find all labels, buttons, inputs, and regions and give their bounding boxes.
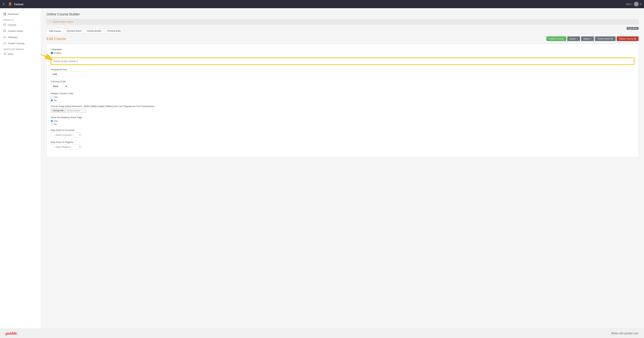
tab-pending-edits[interactable]: Pending Edits	[104, 28, 124, 34]
programme-fee-section: Programme Fee	[51, 68, 634, 77]
sidebar-item-courses-left: Courses	[4, 24, 16, 26]
publish-course-button[interactable]: Publish Course	[546, 36, 566, 41]
navbar-left: ≡ C Censeo	[3, 1, 24, 7]
user-label: EDS 1	[626, 3, 632, 6]
edit-course-form: Languages English	[46, 44, 638, 157]
english-label: English	[54, 52, 61, 54]
svg-point-14	[4, 37, 4, 38]
voucher-yes-label: Yes	[54, 96, 58, 98]
svg-text:C: C	[10, 3, 10, 4]
sidebar-item-dashboard[interactable]: Dashboard ›	[0, 11, 41, 17]
currency-code-label: Currency Code	[51, 80, 634, 83]
voucher-label: Require Voucher Code	[51, 92, 634, 95]
course-name-input[interactable]	[51, 58, 634, 65]
course-image-label: Course Image [Ideal Dimension - Width:20…	[51, 105, 634, 108]
svg-point-20	[4, 53, 5, 54]
sidebar-item-guided-learning-left: Guided Learning	[4, 42, 24, 44]
svg-rect-7	[4, 24, 6, 26]
sidebar-item-guided-learning-label: Guided Learning	[8, 42, 24, 44]
sidebar-item-content-library[interactable]: Content Library ›	[0, 28, 41, 34]
show-academy-radio-group: Yes No	[51, 120, 634, 126]
svg-rect-6	[5, 14, 6, 15]
show-regions-section: Only Show To Regions -- Select Regions -…	[51, 141, 634, 150]
show-academy-yes-radio[interactable]	[51, 120, 53, 122]
show-regions-label: Only Show To Regions	[51, 141, 634, 144]
programme-fee-label: Programme Fee	[51, 68, 634, 71]
sidebar-item-courses-label: Courses	[8, 24, 16, 26]
edit-course-title: Edit Course	[46, 36, 66, 41]
sidebar: Dashboard › PRODUCTS Courses ›	[0, 8, 41, 338]
sidebar-item-pathways-left: Pathways	[4, 36, 18, 38]
tab-edit-course[interactable]: Edit Course	[46, 28, 64, 34]
online-admin-button[interactable]: Online Admin ⚙	[595, 36, 616, 41]
svg-rect-4	[5, 13, 6, 14]
tab-activity-builder[interactable]: Activity Builder	[84, 28, 104, 34]
chevron-right-icon: ›	[37, 24, 38, 26]
english-checkbox[interactable]	[51, 52, 53, 54]
breadcrumb-arrow-icon: ←	[50, 20, 52, 23]
course-image-section: Course Image [Ideal Dimension - Width:20…	[51, 105, 634, 113]
file-name-display: No file chosen	[66, 108, 86, 113]
dropdown-arrow-icon[interactable]: ▾	[640, 3, 641, 6]
sidebar-item-guided-learning[interactable]: Guided Learning ›	[0, 40, 41, 46]
delete-course-button[interactable]: Delete Course 🗑	[617, 36, 638, 41]
chevron-right-icon: ›	[37, 53, 38, 55]
svg-rect-5	[4, 14, 4, 15]
select-regions-select[interactable]: -- Select Regions --	[51, 144, 82, 150]
brand-logo-icon: C	[7, 1, 13, 7]
show-academy-no-label: No	[54, 123, 57, 126]
tabs-bar: Edit Course Question Bank Activity Build…	[46, 28, 638, 34]
app-layout: Dashboard › PRODUCTS Courses ›	[0, 8, 644, 338]
guidde-bar: guidde. Made with guidde.com	[0, 328, 644, 338]
avatar[interactable]: U	[634, 2, 639, 6]
breadcrumb-text[interactable]: Name of your course	[53, 20, 73, 23]
course-name-section	[51, 58, 634, 65]
voucher-yes-radio[interactable]	[51, 96, 53, 98]
voucher-no-label: No	[54, 99, 57, 102]
sidebar-item-pathways-label: Pathways	[8, 36, 18, 38]
show-academy-section: Show On Academy Home Page Yes No	[51, 116, 634, 126]
chevron-right-icon: ›	[37, 42, 38, 44]
svg-point-15	[5, 37, 6, 38]
show-countries-section: Only Show To Countries -- Select Countri…	[51, 129, 634, 138]
hamburger-icon[interactable]: ≡	[3, 2, 4, 6]
guidde-tagline: Made with guidde.com	[611, 332, 638, 335]
tab-question-bank[interactable]: Question Bank	[64, 28, 84, 34]
brand-name: Censeo	[14, 3, 24, 6]
sidebar-item-admin-left: Admi...	[4, 53, 15, 56]
navbar-right: EDS 1 U ▾	[626, 2, 641, 6]
show-academy-yes-label: Yes	[54, 120, 58, 122]
programme-fee-input[interactable]	[51, 72, 85, 77]
show-countries-label: Only Show To Countries	[51, 129, 634, 132]
main-content: Online Course Builder ← Name of your cou…	[41, 8, 644, 338]
svg-rect-17	[4, 42, 6, 44]
languages-label: Languages	[51, 48, 634, 50]
navbar-brand: C Censeo	[7, 1, 24, 7]
sidebar-item-dashboard-label: Dashboard	[8, 13, 19, 16]
show-academy-no-row: No	[51, 123, 634, 126]
sidebar-item-pathways[interactable]: Pathways ›	[0, 34, 41, 40]
svg-point-1	[8, 4, 12, 6]
import-button[interactable]: Import ↑	[581, 36, 594, 41]
show-academy-no-radio[interactable]	[51, 123, 53, 125]
select-countries-select[interactable]: -- Select Countries --	[51, 132, 82, 138]
draft-mode-badge: Draft Mode	[626, 27, 638, 30]
sidebar-item-admin-label: Admi...	[8, 53, 15, 56]
voucher-yes-row: Yes	[51, 96, 634, 98]
create-manage-section-label: CREATE AND MANAGE	[0, 46, 41, 51]
chevron-right-icon: ›	[37, 30, 38, 32]
sidebar-item-content-library-left: Content Library	[4, 30, 23, 32]
currency-code-select[interactable]: None USD EUR GBP	[51, 84, 68, 89]
products-section-label: PRODUCTS	[0, 17, 41, 22]
show-academy-label: Show On Academy Home Page	[51, 116, 634, 119]
file-upload-row: Choose File No file chosen	[51, 108, 634, 113]
header-buttons: Publish Course Export ↑ Import ↑ Online …	[546, 36, 638, 41]
voucher-no-radio[interactable]	[51, 99, 53, 102]
export-button[interactable]: Export ↑	[567, 36, 580, 41]
sidebar-item-dashboard-left: Dashboard	[4, 13, 19, 16]
page-title: Online Course Builder	[46, 12, 638, 16]
choose-file-button[interactable]: Choose File	[51, 108, 66, 113]
sidebar-item-courses[interactable]: Courses ›	[0, 22, 41, 28]
svg-rect-3	[4, 13, 4, 14]
sidebar-item-admin[interactable]: Admi... ›	[0, 51, 41, 57]
